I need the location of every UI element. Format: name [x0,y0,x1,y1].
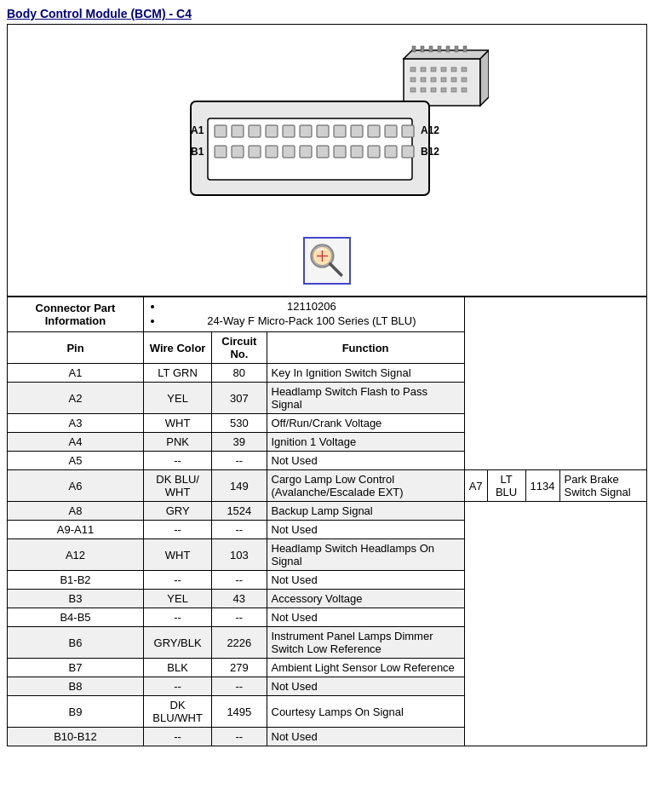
circuit-no-cell: 80 [212,364,267,383]
wire-color-cell: YEL [144,590,212,608]
pin-cell: B7 [8,659,144,677]
pin-cell: A3 [8,414,144,433]
connector-info-label: Connector Part Information [8,297,144,332]
function-cell: Off/Run/Crank Voltage [267,414,464,433]
svg-marker-2 [480,50,489,106]
svg-rect-8 [455,46,458,52]
page-title: Body Control Module (BCM) - C4 [7,7,647,20]
svg-rect-24 [431,88,436,92]
svg-rect-48 [317,146,329,158]
svg-text:B1: B1 [191,146,204,158]
svg-rect-46 [283,146,295,158]
pin-cell: B4-B5 [8,608,144,627]
function-cell: Not Used [267,728,464,746]
circuit-no-cell: 39 [212,433,267,452]
svg-rect-14 [451,67,456,72]
svg-rect-22 [410,88,416,92]
wire-color-cell: -- [144,521,212,539]
table-row: A9-A11----Not Used [8,521,647,539]
svg-rect-13 [441,67,446,72]
function-cell: Courtesy Lamps On Signal [267,696,464,728]
function-cell: Cargo Lamp Low Control (Avalanche/Escala… [267,470,464,502]
function-cell: Not Used [267,677,464,696]
pin-cell: B10-B12 [8,728,144,746]
pin-cell: A6 [8,470,144,502]
svg-rect-20 [451,78,456,82]
svg-rect-25 [441,88,446,92]
svg-rect-36 [317,125,329,137]
function-cell: Park Brake Switch Signal [559,470,647,502]
connector-diagram-cell: A1 A12 B1 B12 [8,25,647,297]
function-cell: Instrument Panel Lamps Dimmer Switch Low… [267,627,464,659]
table-row: A12WHT103Headlamp Switch Headlamps On Si… [8,539,647,571]
circuit-no-cell: 1495 [212,696,267,728]
svg-rect-5 [429,46,433,52]
svg-rect-33 [266,125,278,137]
function-cell: Ignition 1 Voltage [267,433,464,452]
pin-cell: A1 [8,364,144,383]
svg-rect-47 [300,146,312,158]
function-cell: Key In Ignition Switch Signal [267,364,464,383]
svg-rect-19 [441,78,446,82]
svg-rect-30 [215,125,227,137]
circuit-no-cell: 103 [212,539,267,571]
wire-color-cell: GRY [144,502,212,521]
wire-color-cell: LT GRN [144,364,212,383]
table-row: B4-B5----Not Used [8,608,647,627]
table-row: A5----Not Used [8,452,647,470]
wire-color-cell: -- [144,677,212,696]
col-header-function: Function [267,332,464,364]
function-cell: Backup Lamp Signal [267,502,464,521]
connector-diagram-svg: A1 A12 B1 B12 [165,33,489,229]
svg-rect-37 [334,125,346,137]
svg-rect-44 [249,146,261,158]
wire-color-cell: DK BLU/ WHT [144,470,212,502]
svg-rect-0 [404,59,480,106]
col-header-pin: Pin [8,332,144,364]
svg-rect-35 [300,125,312,137]
magnifier-icon [303,237,351,285]
svg-rect-18 [431,78,436,82]
circuit-no-cell: -- [212,521,267,539]
svg-text:A12: A12 [421,124,439,136]
data-table: Connector Part Information 12110206 24-W… [7,297,647,746]
svg-rect-31 [232,125,244,137]
table-row: A1LT GRN80Key In Ignition Switch Signal [8,364,647,383]
table-row: B7BLK279Ambient Light Sensor Low Referen… [8,659,647,677]
wire-color-cell: GRY/BLK [144,627,212,659]
wire-color-cell: LT BLU [487,470,525,502]
function-cell: Not Used [267,521,464,539]
svg-line-60 [330,264,341,275]
pin-cell: B6 [8,627,144,659]
pin-cell: A2 [8,383,144,414]
function-cell: Not Used [267,608,464,627]
svg-rect-10 [410,67,416,72]
circuit-no-cell: -- [212,728,267,746]
circuit-no-cell: 2226 [212,627,267,659]
svg-rect-43 [232,146,244,158]
table-row: A2YEL307Headlamp Switch Flash to Pass Si… [8,383,647,414]
svg-rect-27 [462,88,467,92]
wire-color-cell: WHT [144,414,212,433]
svg-rect-15 [462,67,467,72]
magnifier-area [11,237,643,287]
pin-cell: A7 [464,470,487,502]
circuit-no-cell: -- [212,677,267,696]
svg-rect-42 [215,146,227,158]
wire-color-cell: -- [144,728,212,746]
table-row: B9DK BLU/WHT1495Courtesy Lamps On Signal [8,696,647,728]
pin-cell: A12 [8,539,144,571]
circuit-no-cell: 43 [212,590,267,608]
table-row: B10-B12----Not Used [8,728,647,746]
svg-rect-7 [446,46,450,52]
svg-rect-34 [283,125,295,137]
table-row: B3YEL43Accessory Voltage [8,590,647,608]
svg-rect-4 [421,46,424,52]
wire-color-cell: -- [144,608,212,627]
col-header-wire-color: Wire Color [144,332,212,364]
svg-rect-38 [351,125,363,137]
circuit-no-cell: 530 [212,414,267,433]
part-number: 12110206 [164,300,460,313]
svg-rect-50 [351,146,363,158]
svg-rect-16 [410,78,416,82]
